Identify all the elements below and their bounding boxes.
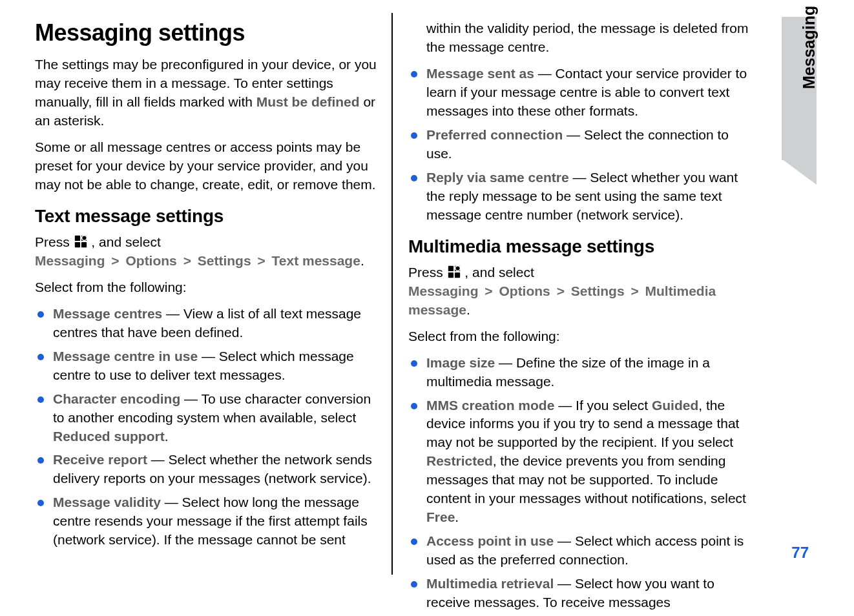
select-prompt: Select from the following:: [35, 278, 379, 297]
list-item: Preferred connection — Select the connec…: [408, 126, 753, 163]
setting-label: Character encoding: [53, 391, 180, 406]
chevron-right-icon: >: [550, 283, 571, 298]
list-item: Message centres — View a list of all tex…: [35, 305, 379, 342]
list-item: MMS creation mode — If you select Guided…: [408, 396, 753, 528]
chevron-right-icon: >: [251, 253, 272, 268]
list-item: Message sent as — Contact your service p…: [408, 65, 753, 121]
text: , and select: [88, 234, 161, 249]
svg-rect-9: [454, 272, 459, 278]
setting-label: Multimedia retrieval: [426, 576, 554, 591]
breadcrumb: Options: [499, 283, 550, 298]
setting-label: Message sent as: [426, 66, 534, 81]
text: .: [165, 429, 169, 444]
section-tab-label: Messaging: [800, 6, 818, 89]
setting-label: Reply via same centre: [426, 170, 569, 185]
chevron-right-icon: >: [625, 283, 645, 298]
svg-rect-2: [74, 242, 79, 247]
chevron-right-icon: >: [105, 253, 126, 268]
breadcrumb: Settings: [571, 283, 625, 298]
text-message-settings-list: Message centres — View a list of all tex…: [35, 305, 379, 550]
select-prompt: Select from the following:: [408, 327, 753, 346]
svg-rect-0: [74, 236, 79, 241]
must-be-defined-label: Must be defined: [256, 94, 360, 109]
setting-label: Message validity: [53, 495, 161, 509]
svg-point-11: [455, 266, 459, 270]
setting-label: Receive report: [53, 452, 147, 467]
svg-rect-8: [448, 272, 453, 278]
continued-text: within the validity period, the message …: [408, 19, 753, 57]
list-item: Access point in use — Select which acces…: [408, 532, 753, 570]
breadcrumb: Messaging: [35, 253, 105, 268]
list-item: Message centre in use — Select which mes…: [35, 347, 379, 385]
text: — If you select: [554, 398, 652, 413]
navigation-path: Press , and select Messaging > Options >…: [408, 263, 753, 320]
text-message-settings-list-cont: Message sent as — Contact your service p…: [408, 65, 753, 225]
text: Press: [408, 265, 447, 280]
menu-key-icon: [447, 265, 461, 279]
setting-label: Message centre in use: [53, 349, 198, 364]
setting-label: Image size: [426, 355, 495, 370]
text: .: [466, 302, 470, 317]
setting-label: MMS creation mode: [426, 398, 554, 413]
chevron-right-icon: >: [177, 253, 198, 268]
setting-label: Message centres: [53, 306, 162, 321]
text: Press: [35, 234, 74, 249]
option-value: Restricted: [426, 453, 493, 468]
page-title: Messaging settings: [35, 19, 379, 46]
text: .: [360, 253, 364, 268]
two-column-layout: Messaging settings The settings may be p…: [23, 13, 824, 575]
option-value: Guided: [652, 398, 698, 413]
option-value: Reduced support: [53, 429, 165, 444]
setting-label: Preferred connection: [426, 127, 563, 142]
svg-rect-6: [448, 266, 453, 271]
option-value: Free: [426, 509, 455, 524]
list-item: Message validity — Select how long the m…: [35, 493, 379, 549]
breadcrumb: Messaging: [408, 283, 479, 298]
svg-point-5: [82, 236, 86, 240]
page-number: 77: [791, 544, 809, 562]
chevron-right-icon: >: [479, 283, 499, 298]
section-heading-text-message: Text message settings: [35, 206, 379, 227]
svg-rect-3: [81, 242, 86, 247]
breadcrumb: Text message: [272, 253, 360, 268]
manual-page: Messaging settings The settings may be p…: [23, 13, 824, 607]
list-item: Reply via same centre — Select whether y…: [408, 169, 753, 225]
list-item: Receive report — Select whether the netw…: [35, 451, 379, 488]
list-item: Multimedia retrieval — Select how you wa…: [408, 575, 753, 616]
setting-label: Access point in use: [426, 533, 554, 548]
intro-paragraph-1: The settings may be preconfigured in you…: [35, 56, 379, 130]
section-tab: Messaging: [782, 17, 817, 160]
breadcrumb: Options: [125, 253, 176, 268]
breadcrumb: Settings: [198, 253, 251, 268]
list-item: Image size — Define the size of the imag…: [408, 354, 753, 391]
tab-notch: [782, 159, 817, 185]
multimedia-settings-list: Image size — Define the size of the imag…: [408, 354, 753, 616]
text: .: [455, 509, 459, 524]
list-item: Character encoding — To use character co…: [35, 390, 379, 446]
intro-paragraph-2: Some or all message centres or access po…: [35, 138, 379, 194]
text: , and select: [461, 265, 534, 280]
menu-key-icon: [74, 234, 88, 249]
right-column: within the validity period, the message …: [391, 13, 760, 575]
section-heading-multimedia: Multimedia message settings: [408, 236, 753, 257]
navigation-path: Press , and select Messaging > Options >…: [35, 233, 379, 271]
left-column: Messaging settings The settings may be p…: [23, 13, 391, 575]
